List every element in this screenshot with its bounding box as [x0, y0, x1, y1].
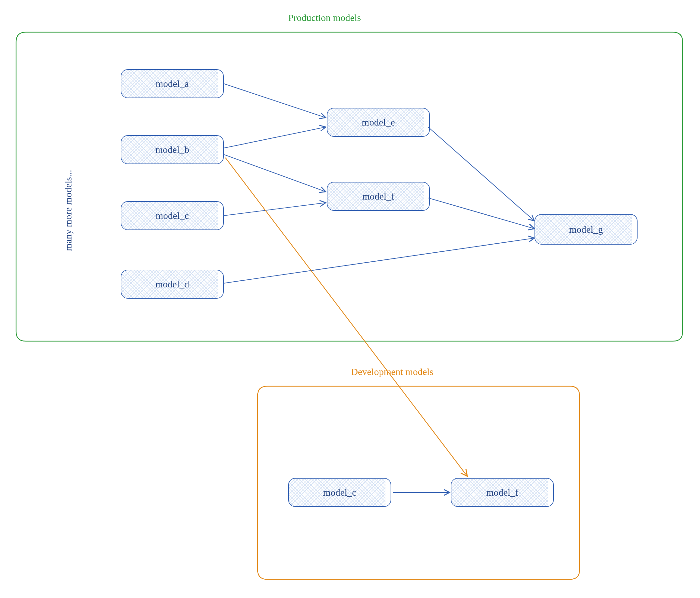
node-dev-model-f: model_f: [451, 478, 554, 507]
edge-d-to-g: [224, 238, 534, 283]
node-prod-model-d: model_d: [121, 270, 224, 299]
production-group-title: Production models: [288, 12, 361, 23]
node-label: model_c: [155, 210, 189, 221]
node-label: model_g: [569, 224, 603, 235]
node-label: model_b: [155, 144, 189, 155]
development-group-title: Development models: [351, 366, 433, 377]
node-prod-model-b: model_b: [121, 135, 224, 164]
node-label: model_d: [155, 279, 189, 290]
node-dev-model-c: model_c: [288, 478, 391, 507]
diagram-canvas: Production models Development models man…: [0, 0, 700, 598]
node-prod-model-g: model_g: [534, 214, 638, 244]
edge-a-to-e: [224, 84, 325, 118]
edge-b-to-f: [224, 155, 325, 191]
node-label: model_e: [361, 117, 395, 128]
node-prod-model-f: model_f: [327, 182, 430, 211]
node-label: model_c: [323, 487, 356, 498]
edge-e-to-g: [428, 127, 534, 220]
node-prod-model-e: model_e: [327, 108, 430, 137]
side-label-many-more: many more models...: [63, 170, 74, 251]
node-label: model_a: [155, 78, 189, 89]
node-prod-model-a: model_a: [121, 69, 224, 98]
edge-b-to-e: [224, 127, 325, 148]
node-label: model_f: [362, 191, 395, 202]
edge-f-to-g: [428, 198, 534, 229]
connector-layer: [0, 0, 700, 598]
edge-c-to-f: [224, 203, 325, 216]
node-prod-model-c: model_c: [121, 201, 224, 230]
node-label: model_f: [486, 487, 518, 498]
